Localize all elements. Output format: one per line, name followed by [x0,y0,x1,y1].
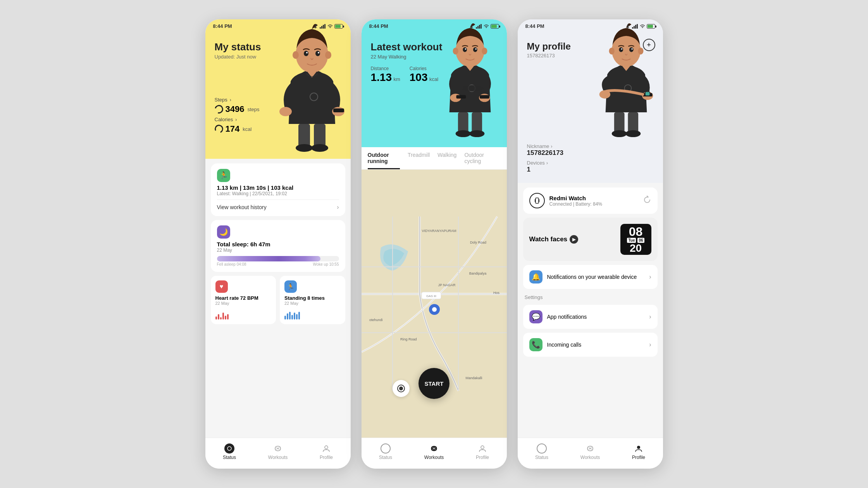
bluetooth-icon-3 [625,24,630,29]
svg-point-22 [325,446,328,449]
svg-text:Mandakalli: Mandakalli [465,376,482,380]
nav-profile-label-2: Profile [476,455,489,460]
start-button[interactable]: START [418,368,450,399]
sleep-date: 22 May [217,247,339,253]
distance-unit: km [393,76,400,82]
bluetooth-icon [313,24,318,29]
phone-status: 8:44 PM My status Updated: [205,19,351,469]
battery-icon-2 [491,24,499,29]
svg-rect-0 [320,27,321,29]
nav-profile-1[interactable]: Profile [313,443,340,460]
nickname-label: Nickname › [527,143,654,149]
svg-point-88 [611,130,627,137]
fell-asleep-time: Fell asleep 04:08 [217,262,246,266]
nav-workouts-label-1: Workouts [268,455,288,460]
notifications-item[interactable]: 🔔 Notifications on your wearable device … [523,265,658,289]
sleep-bar [217,256,321,261]
calories-label-row: Calories › [215,117,260,122]
devices-label: Devices › [527,160,654,166]
sleep-times: Fell asleep 04:08 Woke up 10:55 [217,262,339,266]
bottom-nav-1: Status Workouts Profile [205,438,351,469]
nav-status-1[interactable]: Status [216,443,243,460]
nav-profile-2[interactable]: Profile [469,443,496,460]
nav-workouts-1[interactable]: Workouts [264,443,291,460]
svg-rect-86 [614,112,624,133]
devices-count: 1 [527,166,654,174]
workouts-nav-icon-1 [273,443,283,454]
profile-content: Redmi Watch Connected | Battery: 84% Wat… [518,183,663,438]
workouts-nav-icon-3 [585,443,595,454]
heart-rate-date: 22 May [215,301,272,306]
watch-faces-text: Watch faces [529,235,568,243]
nickname-value: 1578226173 [527,149,654,157]
steps-row: Steps › [215,97,260,103]
svg-point-21 [227,447,231,450]
nav-workouts-label-2: Workouts [424,455,444,460]
device-watch-icon [529,193,545,208]
svg-text:Bandipalya: Bandipalya [469,271,486,275]
signal-icon-2 [476,24,482,29]
watch-face-preview: 08 Tue 06 20 [620,224,651,255]
nav-status-2[interactable]: Status [372,443,399,460]
nav-profile-3[interactable]: Profile [625,443,652,460]
devices-row[interactable]: Devices › 1 [527,160,654,174]
app-notifications-item[interactable]: 💬 App notifications › [523,305,658,329]
sleep-title: Total sleep: 6h 47m [217,241,339,247]
bluetooth-icon-2 [469,24,474,29]
svg-point-44 [469,130,484,137]
notifications-label: Notifications on your wearable device [547,274,645,280]
nav-profile-label-3: Profile [632,455,645,460]
svg-rect-42 [472,112,482,133]
tab-walking[interactable]: Walking [437,152,456,169]
svg-point-73 [609,48,614,55]
device-info: Redmi Watch Connected | Battery: 84% [549,195,638,207]
status-icons-1 [313,24,343,29]
avatar-3 [589,19,663,143]
workout-card[interactable]: 🏃 1.13 km | 13m 10s | 103 kcal Latest: W… [211,163,345,216]
incoming-calls-item[interactable]: 📞 Incoming calls › [523,333,658,357]
sleep-card[interactable]: 🌙 Total sleep: 6h 47m 22 May Fell asleep… [211,220,345,272]
nickname-chevron: › [551,143,552,149]
device-card[interactable]: Redmi Watch Connected | Battery: 84% [523,187,658,214]
heart-rate-card[interactable]: ♥ Heart rate 72 BPM 22 May [211,276,276,324]
settings-section-label: Settings [523,294,658,300]
svg-point-77 [621,48,622,50]
svg-rect-69 [635,25,636,29]
standing-card[interactable]: 🏃 Standing 8 times 22 May [280,276,345,324]
svg-rect-68 [634,26,635,29]
profile-nav-icon-2 [477,443,487,454]
distance-label: Distance [371,66,400,71]
tab-outdoor-cycling[interactable]: Outdoor cycling [464,152,493,169]
phone-workouts: 8:44 PM Latest workout 22 M [362,19,507,469]
incoming-calls-label: Incoming calls [547,342,645,348]
calories-unit: kcal [243,126,251,132]
incoming-calls-chevron: › [649,341,651,348]
camera-button[interactable] [393,380,410,397]
workout-tabs: Outdoor running Treadmill Walking Outdoo… [362,147,507,170]
calories-value: 174 [226,124,240,134]
refresh-icon[interactable] [643,196,651,206]
svg-rect-16 [333,108,344,112]
signal-icon [320,24,326,29]
tab-outdoor-running[interactable]: Outdoor running [368,152,400,169]
svg-point-76 [629,47,634,52]
view-history-row[interactable]: View workout history › [217,199,339,211]
mini-cards-row: ♥ Heart rate 72 BPM 22 May 🏃 Standing 8 … [211,276,345,324]
sleep-icon: 🌙 [217,225,230,239]
nav-workouts-2[interactable]: Workouts [420,443,448,460]
svg-text:GAS III: GAS III [426,294,436,298]
nickname-row[interactable]: Nickname › 1578226173 [527,143,654,157]
svg-text:JP NAGAR: JP NAGAR [438,283,455,287]
tab-treadmill[interactable]: Treadmill [408,152,430,169]
svg-rect-85 [645,92,649,96]
distance-value: 1.13 [371,71,392,83]
nav-workouts-3[interactable]: Workouts [577,443,604,460]
watch-face-card[interactable]: Watch faces ▶ 08 Tue 06 20 [523,218,658,261]
svg-point-75 [619,47,623,52]
status-icons-2 [469,24,499,29]
nav-status-3[interactable]: Status [528,443,555,460]
map-container: VIDYARANYAPURAM JP NAGAR Bandipalya Ring… [362,170,507,438]
svg-point-34 [475,48,477,50]
status-nav-icon-2 [381,443,391,454]
svg-point-74 [638,48,643,55]
